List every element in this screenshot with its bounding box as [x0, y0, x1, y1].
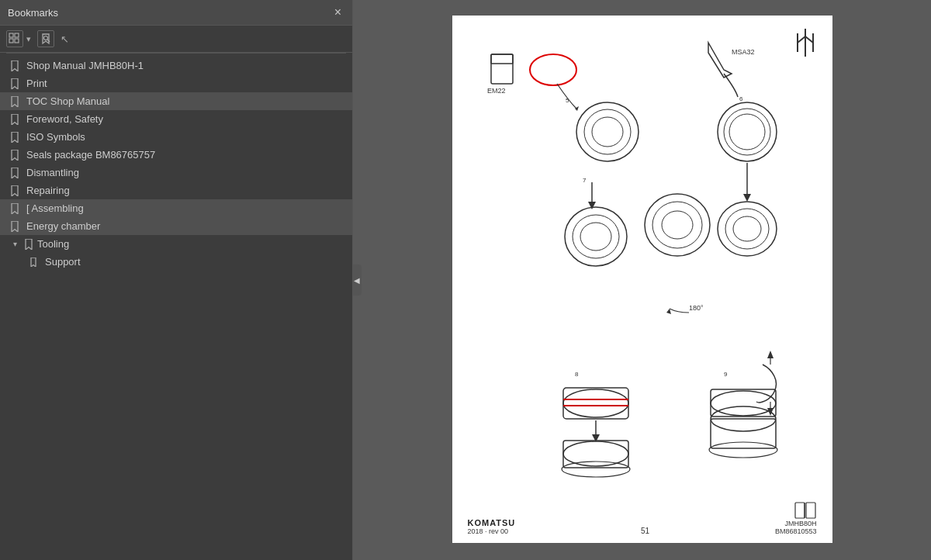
bookmark-label: TOC Shop Manual	[26, 95, 109, 107]
svg-point-48	[563, 441, 628, 466]
svg-marker-26	[743, 194, 751, 202]
footer-brand: KOMATSU 2018 · rev 00	[468, 518, 516, 535]
svg-point-50	[562, 461, 630, 477]
bookmark-ribbon-icon	[9, 185, 20, 196]
panel-title: Bookmarks	[8, 7, 58, 19]
bookmark-ribbon-icon	[9, 221, 20, 232]
expand-all-button[interactable]	[6, 30, 23, 47]
svg-point-33	[565, 207, 627, 266]
svg-point-29	[733, 216, 761, 241]
panel-header: Bookmarks ×	[0, 0, 352, 26]
svg-point-60	[709, 442, 777, 458]
svg-text:7: 7	[583, 177, 587, 184]
bookmark-item-energy-chamber[interactable]: Energy chamber	[0, 217, 352, 235]
svg-point-20	[729, 114, 765, 150]
svg-point-27	[718, 202, 777, 256]
bookmark-item-toc[interactable]: TOC Shop Manual	[0, 92, 352, 110]
svg-point-34	[573, 215, 619, 258]
page-footer: KOMATSU 2018 · rev 00 51 JMHB80H BM86810…	[468, 501, 817, 535]
svg-point-42	[563, 389, 628, 417]
expand-arrow[interactable]: ▾	[9, 239, 20, 250]
bookmark-item-support[interactable]: Support	[0, 253, 352, 271]
svg-rect-12	[491, 54, 513, 64]
svg-point-19	[724, 109, 770, 155]
svg-point-56	[711, 391, 776, 416]
bookmark-label: [ Assembling	[26, 202, 84, 214]
footer-model-info: JMHB80H BM86810553	[775, 501, 817, 535]
svg-text:MSA32: MSA32	[732, 48, 755, 56]
bookmark-item-shop-manual[interactable]: Shop Manual JMHB80H-1	[0, 57, 352, 74]
svg-text:9: 9	[724, 371, 728, 378]
bookmark-label: Tooling	[37, 238, 69, 250]
svg-point-36	[645, 194, 710, 256]
svg-point-14	[530, 54, 576, 85]
bookmark-ribbon-icon	[9, 168, 20, 178]
bookmark-ribbon-icon	[9, 60, 20, 71]
bookmark-ribbon-icon	[23, 239, 34, 250]
bookmark-item-tooling[interactable]: ▾ Tooling	[0, 235, 352, 253]
collapse-arrow-icon: ◀	[354, 276, 360, 285]
komatsu-logo-icon	[790, 27, 821, 58]
bookmark-ribbon-icon	[9, 96, 20, 107]
bookmark-item-assembling[interactable]: [ Assembling	[0, 199, 352, 217]
bookmarks-panel: Bookmarks × ▾ ↖ Sho	[0, 0, 353, 560]
technical-diagram: EM22 5 MSA32 6	[468, 31, 817, 496]
svg-text:8: 8	[575, 371, 579, 378]
svg-line-10	[805, 36, 813, 43]
bookmark-item-iso[interactable]: ISO Symbols	[0, 128, 352, 146]
bookmarks-list: Shop Manual JMHB80H-1 Print TOC Shop Man…	[0, 54, 352, 560]
svg-point-38	[662, 211, 693, 239]
svg-line-9	[798, 36, 805, 43]
svg-rect-11	[491, 54, 513, 84]
svg-point-37	[652, 202, 702, 248]
bookmark-label: Shop Manual JMHB80H-1	[26, 60, 144, 71]
bookmark-item-print[interactable]: Print	[0, 74, 352, 92]
svg-text:EM22: EM22	[487, 87, 506, 95]
collapse-panel-handle[interactable]: ◀	[352, 264, 362, 296]
bookmark-label: Dismantling	[26, 167, 79, 178]
svg-rect-62	[806, 503, 815, 518]
book-icon	[794, 501, 817, 520]
top-right-logo	[790, 27, 821, 61]
bookmark-label: Energy chamber	[26, 220, 100, 232]
bookmark-ribbon-small-icon	[28, 257, 39, 268]
svg-text:5: 5	[566, 97, 569, 104]
svg-rect-61	[795, 503, 805, 518]
svg-marker-53	[767, 351, 774, 358]
bookmark-item-foreword[interactable]: Foreword, Safety	[0, 110, 352, 128]
bookmark-search-button[interactable]	[37, 30, 54, 47]
bookmark-ribbon-icon	[9, 203, 20, 214]
bookmark-label: Support	[45, 256, 81, 268]
bookmark-ribbon-icon	[9, 132, 20, 143]
svg-point-23	[584, 109, 631, 154]
close-button[interactable]: ×	[331, 5, 344, 20]
document-viewer: EM22 5 MSA32 6	[353, 0, 931, 560]
svg-point-22	[576, 102, 639, 161]
bookmark-icon	[40, 33, 52, 45]
footer-model: JMHB80H	[784, 520, 816, 527]
svg-point-28	[725, 209, 769, 249]
bookmark-label: ISO Symbols	[26, 131, 85, 143]
svg-rect-43	[563, 388, 628, 419]
cursor-icon: ↖	[61, 33, 69, 45]
svg-rect-3	[15, 39, 19, 43]
dropdown-arrow[interactable]: ▾	[26, 34, 31, 44]
bookmark-ribbon-icon	[9, 78, 20, 89]
svg-rect-1	[15, 33, 19, 37]
bookmark-label: Print	[26, 78, 47, 89]
footer-year: 2018 · rev 00	[468, 527, 516, 535]
bookmark-label: Foreword, Safety	[26, 113, 103, 125]
svg-point-24	[592, 117, 623, 147]
page-document: EM22 5 MSA32 6	[452, 16, 832, 543]
komatsu-name: KOMATSU	[468, 518, 516, 527]
bookmark-item-repairing[interactable]: Repairing	[0, 181, 352, 199]
svg-point-18	[718, 102, 777, 161]
footer-code: BM86810553	[775, 527, 817, 535]
svg-text:6: 6	[739, 95, 743, 102]
grid-icon	[9, 33, 21, 45]
svg-rect-2	[9, 39, 13, 43]
bookmark-item-seals[interactable]: Seals package BM86765757	[0, 146, 352, 164]
toolbar-row: ▾ ↖	[0, 26, 352, 53]
bookmark-item-dismantling[interactable]: Dismantling	[0, 164, 352, 181]
bookmark-ribbon-icon	[9, 150, 20, 161]
